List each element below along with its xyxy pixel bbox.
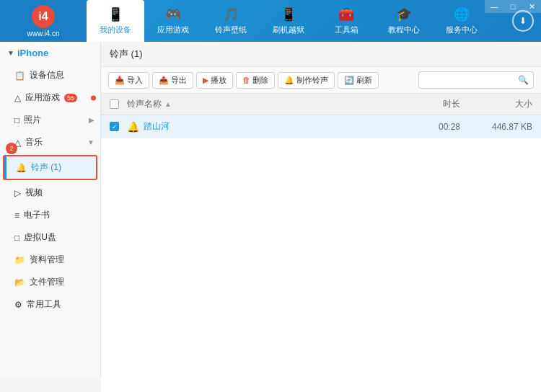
tab-tools[interactable]: 🧰 工具箱 [317,0,375,42]
sidebar-badge-2: 2 [6,143,17,154]
export-button[interactable]: 📤 导出 [152,72,193,89]
sidebar-label-udisk: 虚拟U盘 [24,231,56,244]
delete-label: 删除 [252,75,268,86]
table-header: 铃声名称 ▲ 时长 大小 [101,94,541,115]
sidebar-item-photos[interactable]: □ 照片 ▶ [0,109,100,131]
photos-icon: □ [14,115,19,125]
sidebar-item-ringtones[interactable]: 🔔 铃声 (1) [3,155,97,180]
maximize-button[interactable]: □ [503,0,522,13]
header-size: 大小 [460,98,532,110]
header-name-label: 铃声名称 [127,98,162,110]
tab-my-device[interactable]: 📱 我的设备 [87,0,144,42]
sidebar-label-photos: 照片 [24,114,41,126]
apps-badge: 55 [64,94,77,102]
row-check[interactable] [110,122,127,131]
row-size-text: 446.87 KB [492,122,532,132]
ebook-icon: ≡ [14,210,19,220]
close-button[interactable]: ✕ [522,0,541,13]
sidebar-label-device-info: 设备信息 [30,69,64,81]
nav-right: ⬇ [512,10,541,32]
apps-sidebar-icon: △ [14,93,21,103]
sidebar-item-file-mgmt[interactable]: 📂 文件管理 [0,271,100,293]
sidebar-label-data-mgmt: 资料管理 [30,254,64,266]
sidebar-label-music: 音乐 [25,136,43,148]
tab-my-device-label: 我的设备 [100,24,131,35]
apps-icon: 🎮 [165,6,181,22]
make-ringtone-label: 制作铃声 [296,75,328,86]
search-input[interactable] [423,76,518,84]
udisk-icon: □ [14,233,19,243]
play-label: 播放 [211,75,226,86]
tab-jailbreak-label: 刷机越狱 [273,24,304,35]
main-layout: ▼ iPhone 📋 设备信息 △ 应用游戏 55 □ 照片 ▶ △ 音乐 [0,42,541,392]
search-box[interactable]: 🔍 [418,71,534,89]
refresh-button[interactable]: 🔄 刷新 [338,72,379,89]
sidebar-item-data-mgmt[interactable]: 📁 资料管理 [0,249,100,271]
file-mgmt-icon: 📂 [14,277,25,288]
sidebar-item-ebook[interactable]: ≡ 电子书 [0,204,100,226]
sidebar-item-device-info[interactable]: 📋 设备信息 [0,64,100,86]
export-icon: 📤 [159,76,169,85]
sidebar-item-virtual-udisk[interactable]: □ 虚拟U盘 [0,226,100,249]
play-icon: ▶ [203,76,208,85]
row-name: 🔔 踏山河 [127,120,403,133]
logo-icon: i4 [32,5,55,28]
import-button[interactable]: 📥 导入 [108,72,149,89]
refresh-icon: 🔄 [344,76,354,85]
select-all-checkbox[interactable] [110,99,119,109]
data-mgmt-icon: 📁 [14,255,25,265]
jailbreak-icon: 📱 [281,6,296,22]
download-button[interactable]: ⬇ [512,10,534,32]
apps-dot [91,95,96,100]
sidebar-item-apps[interactable]: △ 应用游戏 55 [0,86,100,109]
row-name-text: 踏山河 [144,120,170,133]
tab-apps[interactable]: 🎮 应用游戏 [144,0,202,42]
content-title: 铃声 (1) [101,42,541,67]
my-device-icon: 📱 [107,6,123,22]
sidebar-item-video[interactable]: ▷ 视频 [0,182,100,204]
play-button[interactable]: ▶ 播放 [196,72,233,89]
tab-ringtones-label: 铃声壁纸 [215,24,247,35]
row-checkbox[interactable] [110,122,119,131]
table-row[interactable]: 🔔 踏山河 00:28 446.87 KB [101,115,541,138]
header-name: 铃声名称 ▲ [127,98,403,110]
tab-service-label: 服务中心 [446,24,478,35]
header-check[interactable] [110,99,127,109]
delete-button[interactable]: 🗑 删除 [236,72,275,89]
service-icon: 🌐 [454,6,470,22]
sidebar-label-apps: 应用游戏 [25,92,60,104]
tab-tutorial[interactable]: 🎓 教程中心 [375,0,433,42]
ringtones-sidebar-icon: 🔔 [16,163,27,173]
device-info-icon: 📋 [14,71,25,81]
ringtone-file-icon: 🔔 [127,121,139,133]
delete-icon: 🗑 [242,76,250,84]
row-duration: 00:28 [403,122,460,132]
minimize-button[interactable]: — [485,0,503,13]
sort-arrow-icon[interactable]: ▲ [164,100,172,108]
tutorial-icon: 🎓 [396,6,412,22]
content-area: 铃声 (1) 📥 导入 📤 导出 ▶ 播放 🗑 删除 [101,42,541,392]
photos-expand-icon: ▶ [89,116,94,124]
sidebar-label-video: 视频 [25,187,43,199]
toolbar: 📥 导入 📤 导出 ▶ 播放 🗑 删除 🔔 制作铃声 [101,67,541,94]
header-size-label: 大小 [515,99,532,109]
app-window: — □ ✕ i4 www.i4.cn 📱 我的设备 🎮 应用游戏 🎵 铃声壁纸 [0,0,541,392]
tab-service[interactable]: 🌐 服务中心 [433,0,491,42]
app-header: — □ ✕ i4 www.i4.cn 📱 我的设备 🎮 应用游戏 🎵 铃声壁纸 [0,0,541,42]
content-body: 🔔 踏山河 00:28 446.87 KB [101,115,541,392]
tools-icon: 🧰 [338,6,354,22]
app-logo: i4 www.i4.cn [0,0,87,42]
export-label: 导出 [171,75,187,86]
tab-ringtones[interactable]: 🎵 铃声壁纸 [202,0,260,42]
make-ringtone-button[interactable]: 🔔 制作铃声 [278,72,335,89]
row-duration-text: 00:28 [439,122,460,132]
window-controls: — □ ✕ [485,0,541,13]
common-tools-icon: ⚙ [14,300,22,310]
make-ringtone-icon: 🔔 [284,76,294,85]
sidebar-label-file-mgmt: 文件管理 [30,276,64,288]
tab-jailbreak[interactable]: 📱 刷机越狱 [260,0,317,42]
sidebar-item-common-tools[interactable]: ⚙ 常用工具 [0,293,100,316]
search-icon: 🔍 [518,75,529,85]
refresh-label: 刷新 [356,75,372,86]
music-expand-icon: ▼ [87,138,94,146]
